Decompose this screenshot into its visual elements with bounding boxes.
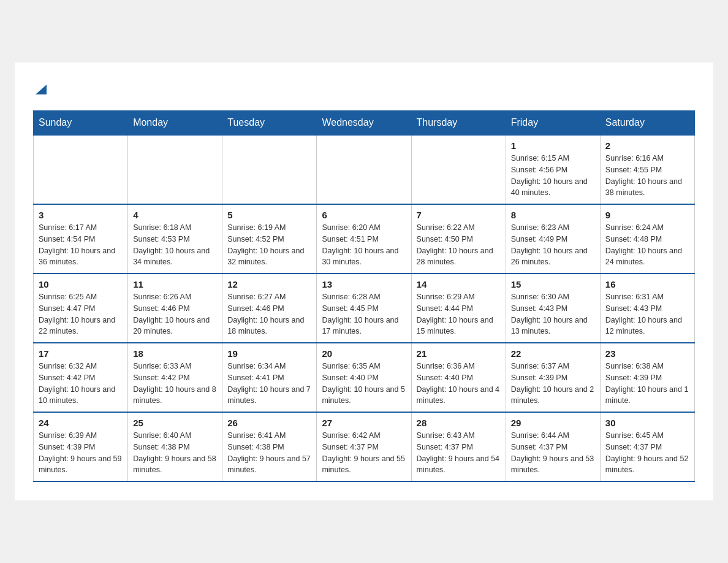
calendar-table: SundayMondayTuesdayWednesdayThursdayFrid… — [33, 110, 695, 482]
weekday-header-saturday: Saturday — [600, 111, 694, 136]
day-info: Sunrise: 6:33 AMSunset: 4:42 PMDaylight:… — [133, 361, 217, 407]
day-info: Sunrise: 6:45 AMSunset: 4:37 PMDaylight:… — [605, 430, 689, 476]
day-number: 10 — [39, 279, 123, 289]
calendar-cell: 12Sunrise: 6:27 AMSunset: 4:46 PMDayligh… — [222, 274, 317, 343]
day-info: Sunrise: 6:35 AMSunset: 4:40 PMDaylight:… — [322, 361, 406, 407]
calendar-page: SundayMondayTuesdayWednesdayThursdayFrid… — [15, 63, 713, 500]
day-number: 19 — [227, 348, 311, 359]
day-info: Sunrise: 6:29 AMSunset: 4:44 PMDaylight:… — [417, 291, 501, 337]
day-number: 15 — [511, 279, 595, 289]
day-number: 13 — [322, 279, 406, 289]
day-number: 14 — [417, 279, 501, 289]
day-info: Sunrise: 6:17 AMSunset: 4:54 PMDaylight:… — [39, 222, 123, 268]
calendar-cell: 29Sunrise: 6:44 AMSunset: 4:37 PMDayligh… — [506, 412, 600, 481]
svg-marker-0 — [36, 85, 47, 94]
calendar-cell: 4Sunrise: 6:18 AMSunset: 4:53 PMDaylight… — [128, 204, 222, 274]
day-number: 4 — [133, 210, 217, 220]
day-info: Sunrise: 6:24 AMSunset: 4:48 PMDaylight:… — [605, 222, 689, 268]
calendar-cell: 27Sunrise: 6:42 AMSunset: 4:37 PMDayligh… — [317, 412, 411, 481]
day-number: 26 — [227, 418, 311, 428]
day-info: Sunrise: 6:43 AMSunset: 4:37 PMDaylight:… — [417, 430, 501, 476]
day-info: Sunrise: 6:38 AMSunset: 4:39 PMDaylight:… — [605, 361, 689, 407]
day-number: 7 — [417, 210, 501, 220]
weekday-header-wednesday: Wednesday — [317, 111, 411, 136]
calendar-cell: 19Sunrise: 6:34 AMSunset: 4:41 PMDayligh… — [222, 343, 317, 412]
calendar-cell: 22Sunrise: 6:37 AMSunset: 4:39 PMDayligh… — [506, 343, 600, 412]
day-number: 23 — [605, 348, 689, 359]
weekday-header-tuesday: Tuesday — [222, 111, 317, 136]
day-info: Sunrise: 6:34 AMSunset: 4:41 PMDaylight:… — [227, 361, 311, 407]
day-number: 3 — [39, 210, 123, 220]
calendar-cell: 16Sunrise: 6:31 AMSunset: 4:43 PMDayligh… — [600, 274, 694, 343]
calendar-cell: 9Sunrise: 6:24 AMSunset: 4:48 PMDaylight… — [600, 204, 694, 274]
calendar-cell: 13Sunrise: 6:28 AMSunset: 4:45 PMDayligh… — [317, 274, 411, 343]
header — [33, 81, 695, 98]
calendar-cell: 20Sunrise: 6:35 AMSunset: 4:40 PMDayligh… — [317, 343, 411, 412]
weekday-header-sunday: Sunday — [34, 111, 128, 136]
day-info: Sunrise: 6:32 AMSunset: 4:42 PMDaylight:… — [39, 361, 123, 407]
day-number: 11 — [133, 279, 217, 289]
calendar-cell: 5Sunrise: 6:19 AMSunset: 4:52 PMDaylight… — [222, 204, 317, 274]
calendar-cell: 23Sunrise: 6:38 AMSunset: 4:39 PMDayligh… — [600, 343, 694, 412]
day-info: Sunrise: 6:20 AMSunset: 4:51 PMDaylight:… — [322, 222, 406, 268]
day-number: 25 — [133, 418, 217, 428]
calendar-cell: 30Sunrise: 6:45 AMSunset: 4:37 PMDayligh… — [600, 412, 694, 481]
calendar-cell: 8Sunrise: 6:23 AMSunset: 4:49 PMDaylight… — [506, 204, 600, 274]
calendar-cell: 14Sunrise: 6:29 AMSunset: 4:44 PMDayligh… — [411, 274, 506, 343]
week-row-4: 17Sunrise: 6:32 AMSunset: 4:42 PMDayligh… — [34, 343, 695, 412]
calendar-cell: 6Sunrise: 6:20 AMSunset: 4:51 PMDaylight… — [317, 204, 411, 274]
weekday-header-row: SundayMondayTuesdayWednesdayThursdayFrid… — [34, 111, 695, 136]
day-info: Sunrise: 6:16 AMSunset: 4:55 PMDaylight:… — [605, 153, 689, 199]
calendar-cell: 28Sunrise: 6:43 AMSunset: 4:37 PMDayligh… — [411, 412, 506, 481]
day-info: Sunrise: 6:31 AMSunset: 4:43 PMDaylight:… — [605, 291, 689, 337]
calendar-cell: 24Sunrise: 6:39 AMSunset: 4:39 PMDayligh… — [34, 412, 128, 481]
day-info: Sunrise: 6:15 AMSunset: 4:56 PMDaylight:… — [511, 153, 595, 199]
calendar-cell: 2Sunrise: 6:16 AMSunset: 4:55 PMDaylight… — [600, 135, 694, 204]
day-number: 18 — [133, 348, 217, 359]
day-info: Sunrise: 6:40 AMSunset: 4:38 PMDaylight:… — [133, 430, 217, 476]
calendar-cell: 10Sunrise: 6:25 AMSunset: 4:47 PMDayligh… — [34, 274, 128, 343]
calendar-cell: 17Sunrise: 6:32 AMSunset: 4:42 PMDayligh… — [34, 343, 128, 412]
calendar-cell — [128, 135, 222, 204]
calendar-cell: 1Sunrise: 6:15 AMSunset: 4:56 PMDaylight… — [506, 135, 600, 204]
day-number: 28 — [417, 418, 501, 428]
day-info: Sunrise: 6:41 AMSunset: 4:38 PMDaylight:… — [227, 430, 311, 476]
day-number: 24 — [39, 418, 123, 428]
day-number: 9 — [605, 210, 689, 220]
day-number: 17 — [39, 348, 123, 359]
calendar-cell: 3Sunrise: 6:17 AMSunset: 4:54 PMDaylight… — [34, 204, 128, 274]
week-row-5: 24Sunrise: 6:39 AMSunset: 4:39 PMDayligh… — [34, 412, 695, 481]
day-number: 2 — [605, 140, 689, 151]
calendar-cell: 11Sunrise: 6:26 AMSunset: 4:46 PMDayligh… — [128, 274, 222, 343]
day-info: Sunrise: 6:37 AMSunset: 4:39 PMDaylight:… — [511, 361, 595, 407]
calendar-cell: 15Sunrise: 6:30 AMSunset: 4:43 PMDayligh… — [506, 274, 600, 343]
day-info: Sunrise: 6:44 AMSunset: 4:37 PMDaylight:… — [511, 430, 595, 476]
week-row-3: 10Sunrise: 6:25 AMSunset: 4:47 PMDayligh… — [34, 274, 695, 343]
calendar-cell — [34, 135, 128, 204]
day-number: 29 — [511, 418, 595, 428]
day-info: Sunrise: 6:18 AMSunset: 4:53 PMDaylight:… — [133, 222, 217, 268]
day-info: Sunrise: 6:23 AMSunset: 4:49 PMDaylight:… — [511, 222, 595, 268]
week-row-1: 1Sunrise: 6:15 AMSunset: 4:56 PMDaylight… — [34, 135, 695, 204]
day-info: Sunrise: 6:39 AMSunset: 4:39 PMDaylight:… — [39, 430, 123, 476]
day-info: Sunrise: 6:28 AMSunset: 4:45 PMDaylight:… — [322, 291, 406, 337]
day-number: 20 — [322, 348, 406, 359]
calendar-cell — [317, 135, 411, 204]
calendar-cell: 25Sunrise: 6:40 AMSunset: 4:38 PMDayligh… — [128, 412, 222, 481]
calendar-cell — [411, 135, 506, 204]
day-info: Sunrise: 6:42 AMSunset: 4:37 PMDaylight:… — [322, 430, 406, 476]
day-number: 1 — [511, 140, 595, 151]
calendar-cell: 21Sunrise: 6:36 AMSunset: 4:40 PMDayligh… — [411, 343, 506, 412]
calendar-cell: 18Sunrise: 6:33 AMSunset: 4:42 PMDayligh… — [128, 343, 222, 412]
day-info: Sunrise: 6:22 AMSunset: 4:50 PMDaylight:… — [417, 222, 501, 268]
logo-triangle-icon — [34, 82, 48, 96]
day-number: 12 — [227, 279, 311, 289]
weekday-header-friday: Friday — [506, 111, 600, 136]
calendar-cell: 26Sunrise: 6:41 AMSunset: 4:38 PMDayligh… — [222, 412, 317, 481]
day-info: Sunrise: 6:27 AMSunset: 4:46 PMDaylight:… — [227, 291, 311, 337]
logo — [33, 81, 48, 98]
day-info: Sunrise: 6:25 AMSunset: 4:47 PMDaylight:… — [39, 291, 123, 337]
day-number: 5 — [227, 210, 311, 220]
day-number: 8 — [511, 210, 595, 220]
day-info: Sunrise: 6:36 AMSunset: 4:40 PMDaylight:… — [417, 361, 501, 407]
